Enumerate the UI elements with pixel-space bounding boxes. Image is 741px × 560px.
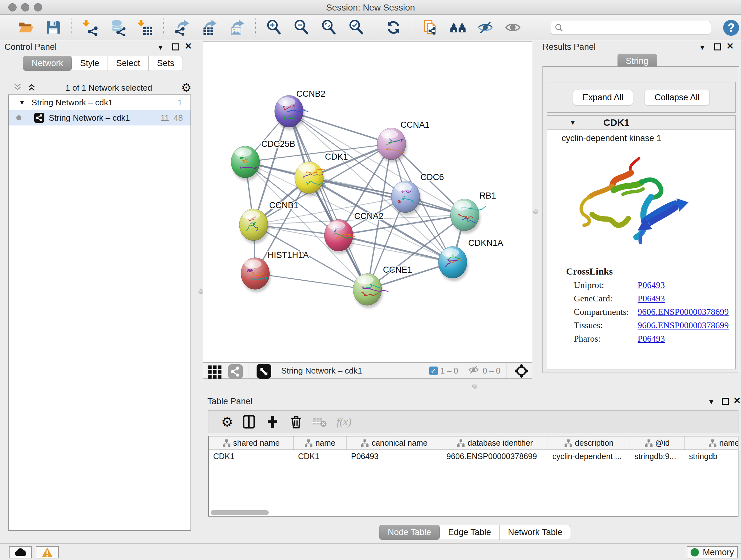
zoom-fit-button[interactable] (321, 19, 337, 36)
open-session-button[interactable] (17, 19, 34, 36)
tab-sets[interactable]: Sets (149, 56, 183, 71)
column-header-description[interactable]: description (548, 436, 630, 449)
svg-text:CCNB2: CCNB2 (296, 89, 325, 99)
titlebar: Session: New Session (0, 0, 741, 15)
table-horizontal-scrollbar[interactable] (211, 510, 269, 515)
crosslink-row: GeneCard:P06493 (574, 294, 735, 304)
control-panel-tabs: NetworkStyleSelectSets (23, 56, 183, 71)
network-tree-row[interactable]: ▼String Network – cdk11 (9, 95, 191, 110)
column-label: description (575, 438, 614, 448)
memory-label: Memory (703, 548, 734, 557)
zoom-out-button[interactable] (293, 19, 310, 36)
status-bar: Memory (0, 543, 741, 560)
toolbar-buttons (12, 18, 527, 37)
column-header-name[interactable]: name (293, 436, 347, 449)
node-count: 11 (160, 113, 169, 123)
table-gear-icon[interactable]: ⚙ (221, 414, 233, 430)
network-canvas[interactable]: CCNB2CCNA1CDC25BCDK1CDC6RB1CCNB1CCNA2CDK… (203, 42, 532, 363)
crosslink-link[interactable]: P06493 (637, 334, 665, 344)
crosslink-link[interactable]: P06493 (637, 280, 665, 290)
cloud-icon (14, 548, 27, 557)
save-session-button[interactable] (45, 19, 62, 36)
network-tree-row[interactable]: String Network – cdk11148 (9, 110, 191, 125)
export-network-button[interactable] (174, 19, 191, 36)
gear-icon[interactable]: ⚙ (181, 81, 192, 95)
tree-expand-icon[interactable]: ▼ (19, 99, 25, 106)
column-header-database-identifier[interactable]: database identifier (442, 436, 548, 449)
export-table-button[interactable] (201, 19, 218, 36)
gene-section-header[interactable]: ▼ CDK1 (547, 116, 735, 130)
column-header-shared-name[interactable]: shared name (209, 436, 293, 449)
tab-network-table[interactable]: Network Table (500, 525, 571, 540)
left-splitter-handle[interactable] (199, 289, 203, 294)
grid-view-icon[interactable] (208, 365, 219, 376)
control-panel-collapse-icon[interactable]: ▼ (157, 44, 164, 52)
cloud-button[interactable] (9, 546, 32, 558)
selected-nodes-checkbox[interactable]: ✓ (429, 367, 438, 375)
table-panel-close-button[interactable]: ✕ (733, 397, 741, 404)
table-panel-collapse-icon[interactable]: ▼ (708, 398, 715, 406)
memory-button[interactable]: Memory (687, 546, 738, 558)
svg-text:CCNE1: CCNE1 (383, 265, 412, 274)
hidden-eye-icon[interactable] (467, 364, 480, 377)
crosslink-label: Compartments: (574, 307, 637, 317)
tab-network[interactable]: Network (23, 56, 72, 71)
delete-column-icon[interactable] (289, 415, 304, 429)
control-panel-close-button[interactable]: ✕ (185, 43, 192, 50)
results-panel-float-button[interactable] (714, 44, 721, 51)
add-column-icon[interactable] (265, 415, 280, 429)
column-header-namespac[interactable]: namespac (684, 436, 738, 449)
search-box[interactable] (551, 21, 711, 35)
import-network-button[interactable] (82, 19, 98, 36)
right-splitter-handle[interactable] (533, 209, 538, 214)
warning-button[interactable] (36, 546, 59, 558)
tab-style[interactable]: Style (72, 56, 108, 71)
tab-edge-table[interactable]: Edge Table (440, 525, 500, 540)
results-panel-close-button[interactable]: ✕ (726, 43, 734, 50)
birdseye-view-icon[interactable] (257, 364, 270, 377)
function-builder-icon[interactable]: f(x) (337, 416, 352, 428)
crosslink-link[interactable]: P06493 (637, 294, 665, 304)
export-image-button[interactable] (229, 19, 246, 36)
main-toolbar: ? (0, 15, 741, 40)
show-hidden-button[interactable] (504, 19, 521, 36)
show-columns-icon[interactable] (242, 415, 256, 429)
import-database-button[interactable] (110, 19, 126, 36)
column-header--id[interactable]: @id (630, 436, 684, 449)
refresh-button[interactable] (385, 19, 402, 36)
crosshair-icon[interactable] (514, 364, 528, 378)
network-tree: ▼String Network – cdk11String Network – … (8, 95, 191, 531)
import-table-button[interactable] (137, 19, 153, 36)
zoom-in-button[interactable] (266, 19, 282, 36)
expand-all-icon[interactable] (27, 82, 37, 93)
crosslink-link[interactable]: 9606.ENSP00000378699 (637, 320, 729, 330)
collapse-all-button[interactable]: Collapse All (645, 90, 710, 105)
table-panel-float-button[interactable] (722, 398, 729, 405)
column-label: namespac (719, 438, 738, 448)
copy-share-button[interactable] (422, 19, 439, 36)
svg-text:CCNA1: CCNA1 (401, 120, 429, 130)
column-header-canonical-name[interactable]: canonical name (347, 436, 442, 449)
hide-selected-button[interactable] (477, 19, 494, 36)
results-panel-collapse-icon[interactable]: ▼ (699, 44, 706, 52)
protein-structure-image (569, 148, 703, 260)
network-collection-label: String Network – cdk1 (31, 98, 113, 108)
help-button[interactable]: ? (723, 20, 739, 36)
section-collapse-icon[interactable]: ▼ (569, 118, 576, 127)
zoom-selected-button[interactable] (348, 19, 365, 36)
home-button[interactable] (450, 19, 466, 36)
gene-description: cyclin-dependent kinase 1 (547, 130, 735, 143)
control-panel-float-button[interactable] (172, 44, 179, 51)
tab-node-table[interactable]: Node Table (379, 525, 440, 540)
collapse-all-icon[interactable] (13, 82, 22, 93)
delete-table-icon[interactable] (313, 415, 327, 429)
expand-all-button[interactable]: Expand All (573, 90, 633, 105)
crosslink-link[interactable]: 9606.ENSP00000378699 (637, 307, 729, 317)
tab-select[interactable]: Select (108, 56, 149, 71)
search-input[interactable] (564, 23, 711, 33)
network-share-icon[interactable] (228, 364, 241, 377)
table-cell: CDK1 (293, 450, 347, 464)
bottom-splitter-handle[interactable] (472, 384, 477, 388)
column-type-icon (360, 439, 369, 447)
table-row[interactable]: CDK1CDK1P064939606.ENSP00000378699cyclin… (209, 450, 738, 464)
